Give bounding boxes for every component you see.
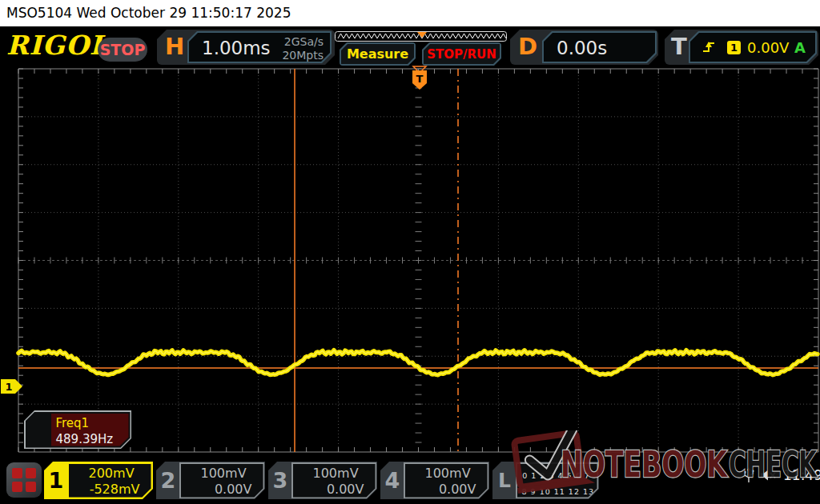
oscilloscope-screen: T1 MSO5104 Wed October 29 11:50:17 2025 …: [0, 0, 820, 504]
channel-4-scale: 100mV: [425, 466, 471, 482]
horizontal-label: H: [165, 33, 184, 60]
horizontal-panel[interactable]: H 1.00ms 2GSa/s 20Mpts: [157, 30, 335, 65]
delay-panel[interactable]: D 0.00s: [510, 30, 658, 65]
logic-channels-tab[interactable]: L 0 1 2 3 4 5 6 7 8 9 10 11 12 13 14 15: [492, 462, 599, 499]
timebase-value[interactable]: 1.00ms: [202, 38, 271, 58]
memory-position-bar[interactable]: [335, 30, 507, 42]
channel-3-scale: 100mV: [313, 466, 359, 482]
header: RIGOL STOP H 1.00ms 2GSa/s 20Mpts Measur…: [0, 26, 820, 68]
rising-edge-icon: [701, 40, 716, 54]
svg-text:1: 1: [5, 381, 12, 393]
measurement-value: 489.39Hz: [56, 431, 129, 447]
measure-button[interactable]: Measure: [340, 42, 416, 66]
measurement-name: Freq1: [56, 415, 129, 431]
logic-label: L: [492, 462, 517, 499]
status-icons: 11:49: [743, 466, 820, 484]
clock: 11:49: [783, 467, 820, 483]
memory-depth: 20Mpts: [282, 49, 324, 62]
rigol-logo: RIGOL: [6, 30, 109, 61]
svg-text:T: T: [416, 73, 424, 85]
run-state-badge[interactable]: STOP: [98, 38, 147, 62]
sample-rate: 2GSa/s: [282, 35, 324, 49]
logic-row-0-7: 0 1 2 3 4 5 6 7: [522, 466, 591, 482]
channel-4-tab[interactable]: 4 100mV 0.00V: [380, 462, 489, 499]
channel-4-offset: 0.00V: [410, 482, 481, 498]
menu-grid-icon: [12, 468, 36, 492]
trigger-mode: A: [794, 39, 806, 56]
usb-icon: [743, 466, 754, 484]
speaker-muted-icon[interactable]: [760, 469, 778, 482]
trigger-source-badge[interactable]: 1: [727, 41, 741, 54]
titlebar: MSO5104 Wed October 29 11:50:17 2025: [0, 0, 820, 26]
logic-row-8-15: 8 9 10 11 12 13 14 15: [522, 482, 591, 498]
channel-3-offset: 0.00V: [298, 482, 369, 498]
channel-4-number: 4: [380, 462, 404, 499]
trigger-label: T: [671, 33, 687, 60]
delay-value[interactable]: 0.00s: [557, 38, 607, 58]
bottom-bar: 1 200mV -528mV 2 100mV 0.00V 3 100mV: [0, 460, 820, 504]
trigger-level-value[interactable]: 0.00V: [747, 39, 789, 56]
trigger-panel[interactable]: T 1 0.00V A: [665, 30, 818, 65]
channel-2-scale: 100mV: [201, 466, 247, 482]
channel-2-number: 2: [156, 462, 180, 499]
channel-1-scale: 200mV: [89, 466, 135, 482]
channel-3-tab[interactable]: 3 100mV 0.00V: [268, 462, 377, 499]
menu-button[interactable]: [6, 462, 42, 498]
model-and-datetime: MSO5104 Wed October 29 11:50:17 2025: [6, 5, 291, 21]
channel-2-tab[interactable]: 2 100mV 0.00V: [156, 462, 265, 499]
stop-run-button[interactable]: STOP/RUN: [422, 42, 501, 66]
channel-1-number: 1: [44, 462, 68, 499]
channel-1-tab[interactable]: 1 200mV -528mV: [44, 462, 153, 499]
delay-label: D: [518, 33, 537, 60]
acquisition-rates: 2GSa/s 20Mpts: [282, 35, 324, 62]
channel-1-offset: -528mV: [74, 482, 145, 498]
ch1-waveform: [18, 350, 818, 375]
measurement-badge[interactable]: Freq1 489.39Hz: [24, 410, 131, 449]
channel-2-offset: 0.00V: [186, 482, 257, 498]
channel-3-number: 3: [268, 462, 292, 499]
